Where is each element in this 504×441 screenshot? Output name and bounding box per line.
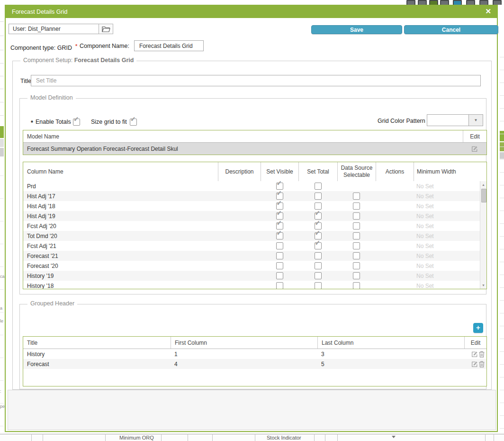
column-name-cell: Hist Adj '18 bbox=[23, 201, 218, 211]
size-grid-to-fit-checkbox[interactable]: ✓ bbox=[130, 119, 137, 126]
checkbox[interactable]: ✓ bbox=[315, 212, 322, 220]
column-row[interactable]: History '18No Set bbox=[23, 281, 480, 289]
checkbox[interactable] bbox=[276, 282, 283, 289]
bg-line bbox=[0, 358, 4, 358]
checkbox[interactable] bbox=[276, 252, 283, 259]
save-button[interactable]: Save bbox=[311, 25, 402, 34]
bg-column-divider bbox=[485, 434, 486, 441]
grid-color-pattern-dropdown-button[interactable]: ▼ bbox=[468, 114, 483, 126]
model-row-name: Forecast Summary Operation Forecast-Fore… bbox=[23, 143, 463, 155]
checkbox[interactable] bbox=[353, 232, 360, 239]
vertical-scrollbar[interactable]: ▲ ▼ bbox=[480, 181, 486, 289]
enable-totals-checkbox[interactable]: ✓ bbox=[73, 119, 80, 126]
bg-column-divider bbox=[325, 434, 325, 441]
checkbox[interactable] bbox=[276, 272, 283, 279]
checkbox[interactable] bbox=[353, 262, 360, 269]
title-field[interactable] bbox=[31, 75, 481, 86]
checkbox[interactable] bbox=[353, 222, 360, 230]
checkbox[interactable] bbox=[315, 183, 322, 190]
edit-row-button[interactable] bbox=[471, 361, 478, 368]
close-icon[interactable]: ✕ bbox=[485, 7, 491, 16]
checkbox[interactable] bbox=[276, 262, 283, 269]
checkbox[interactable]: ✓ bbox=[276, 183, 283, 190]
checkbox[interactable] bbox=[353, 202, 360, 210]
delete-row-button[interactable] bbox=[479, 351, 485, 358]
add-group-button[interactable]: + bbox=[473, 323, 483, 333]
column-row[interactable]: Hist Adj '17✓No Set bbox=[23, 191, 480, 201]
bg-line bbox=[500, 313, 504, 313]
column-header: Set Visible bbox=[261, 162, 298, 181]
checkbox[interactable]: ✓ bbox=[315, 222, 322, 230]
scrollbar-thumb[interactable] bbox=[481, 189, 486, 202]
checkbox[interactable] bbox=[276, 242, 283, 249]
data-source-selectable-cell bbox=[337, 181, 376, 191]
grouped-row[interactable]: Forecast45 bbox=[23, 359, 486, 369]
cancel-button[interactable]: Cancel bbox=[404, 25, 498, 34]
checkbox[interactable] bbox=[353, 193, 360, 200]
columns-table-body: Prd✓No SetHist Adj '17✓No SetHist Adj '1… bbox=[23, 181, 480, 289]
checkbox[interactable] bbox=[315, 193, 322, 200]
bg-dropdown-arrow-icon bbox=[392, 436, 396, 438]
set-visible-cell bbox=[261, 271, 298, 281]
checkbox[interactable]: ✓ bbox=[276, 232, 283, 239]
checkbox[interactable]: ✓ bbox=[276, 212, 283, 220]
bg-line bbox=[500, 134, 504, 134]
component-name-field[interactable] bbox=[134, 40, 204, 51]
checkbox[interactable]: ✓ bbox=[315, 242, 322, 249]
checkbox[interactable]: ✓ bbox=[276, 202, 283, 210]
checkbox[interactable] bbox=[315, 282, 322, 289]
trash-icon bbox=[479, 351, 485, 358]
scroll-down-icon[interactable]: ▼ bbox=[480, 282, 486, 288]
bg-line bbox=[500, 57, 504, 57]
checkbox[interactable]: ✓ bbox=[315, 232, 322, 239]
edit-model-button[interactable] bbox=[471, 146, 478, 152]
bg-line bbox=[500, 262, 504, 262]
column-row[interactable]: Forecast '21No Set bbox=[23, 251, 480, 261]
data-source-selectable-cell bbox=[337, 271, 376, 281]
actions-cell bbox=[376, 241, 414, 251]
checkbox[interactable] bbox=[315, 202, 322, 210]
forecast-details-grid-dialog: Forecast Details Grid ✕ Save Cancel Comp… bbox=[5, 5, 498, 432]
bg-line bbox=[0, 175, 4, 176]
scroll-up-icon[interactable]: ▲ bbox=[480, 182, 486, 188]
model-row[interactable]: Forecast Summary Operation Forecast-Fore… bbox=[23, 143, 486, 155]
column-row[interactable]: Tot Dmd '20✓✓No Set bbox=[23, 231, 480, 241]
bg-line bbox=[500, 121, 504, 121]
bg-column-divider bbox=[494, 434, 494, 441]
bg-line bbox=[500, 249, 504, 249]
model-table: Model Name Edit Forecast Summary Operati… bbox=[23, 130, 487, 155]
checkbox[interactable] bbox=[353, 282, 360, 289]
checkbox[interactable] bbox=[353, 212, 360, 220]
bg-column-divider bbox=[31, 434, 32, 441]
column-row[interactable]: Forecast '20No Set bbox=[23, 261, 480, 271]
column-row[interactable]: History '19No Set bbox=[23, 271, 480, 281]
checkbox[interactable] bbox=[315, 272, 322, 279]
checkbox[interactable] bbox=[315, 262, 322, 269]
column-name-cell: Forecast '21 bbox=[23, 251, 218, 261]
edit-row-button[interactable] bbox=[471, 351, 478, 358]
checkbox[interactable]: ✓ bbox=[276, 193, 283, 200]
bg-line bbox=[500, 300, 504, 301]
checkbox[interactable] bbox=[353, 242, 360, 249]
bg-line bbox=[0, 89, 4, 89]
column-row[interactable]: Hist Adj '18✓No Set bbox=[23, 201, 480, 211]
column-name-cell: Prd bbox=[23, 181, 218, 191]
column-row[interactable]: Prd✓No Set bbox=[23, 181, 480, 191]
checkbox[interactable]: ✓ bbox=[276, 222, 283, 230]
delete-row-button[interactable] bbox=[479, 361, 485, 368]
grid-color-pattern-field[interactable] bbox=[427, 114, 469, 126]
bg-table-border bbox=[0, 434, 504, 434]
column-row[interactable]: Fcst Adj '21✓No Set bbox=[23, 241, 480, 251]
checkbox[interactable] bbox=[315, 252, 322, 259]
user-field[interactable] bbox=[9, 24, 99, 34]
bg-column-divider bbox=[105, 434, 106, 441]
grouped-row[interactable]: History13 bbox=[23, 349, 486, 359]
checkbox[interactable] bbox=[353, 272, 360, 279]
bg-text-fragment: pe bbox=[0, 404, 5, 409]
checkbox[interactable] bbox=[353, 252, 360, 259]
column-row[interactable]: Fcst Adj '20✓✓No Set bbox=[23, 221, 480, 231]
bg-line bbox=[0, 244, 4, 244]
bg-line bbox=[500, 364, 504, 365]
column-row[interactable]: Hist Adj '19✓✓No Set bbox=[23, 211, 480, 221]
open-folder-button[interactable] bbox=[99, 24, 113, 34]
